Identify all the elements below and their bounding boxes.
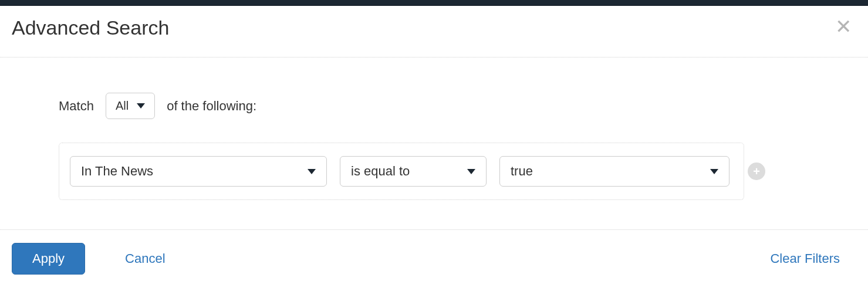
caret-down-icon xyxy=(137,103,145,109)
caret-down-icon xyxy=(308,169,316,174)
app-topbar xyxy=(0,0,868,6)
filter-field-select[interactable]: In The News xyxy=(70,156,327,187)
match-mode-select[interactable]: All xyxy=(106,93,155,119)
caret-down-icon xyxy=(467,169,475,174)
dialog-footer: Apply Cancel Clear Filters xyxy=(0,229,868,287)
plus-icon: + xyxy=(753,165,760,177)
dialog-header: Advanced Search ✕ xyxy=(0,6,868,57)
filter-value-value: true xyxy=(511,164,533,179)
dialog-title: Advanced Search xyxy=(12,16,169,39)
filters-container: In The News is equal to true xyxy=(59,143,744,200)
clear-filters-link[interactable]: Clear Filters xyxy=(770,251,840,266)
close-icon[interactable]: ✕ xyxy=(830,16,856,36)
filter-row: In The News is equal to true xyxy=(70,156,733,187)
match-mode-value: All xyxy=(116,99,129,113)
filter-field-value: In The News xyxy=(81,164,153,179)
match-prefix-label: Match xyxy=(59,99,94,114)
add-filter-button[interactable]: + xyxy=(748,163,765,180)
match-suffix-label: of the following: xyxy=(167,99,256,114)
filter-operator-value: is equal to xyxy=(351,164,410,179)
dialog-body: Match All of the following: In The News … xyxy=(0,57,868,229)
filter-value-select[interactable]: true xyxy=(499,156,729,187)
footer-left: Apply Cancel xyxy=(12,243,166,275)
caret-down-icon xyxy=(710,169,718,174)
filter-operator-select[interactable]: is equal to xyxy=(340,156,487,187)
match-row: Match All of the following: xyxy=(59,93,833,119)
apply-button[interactable]: Apply xyxy=(12,243,85,275)
cancel-link[interactable]: Cancel xyxy=(125,251,165,266)
